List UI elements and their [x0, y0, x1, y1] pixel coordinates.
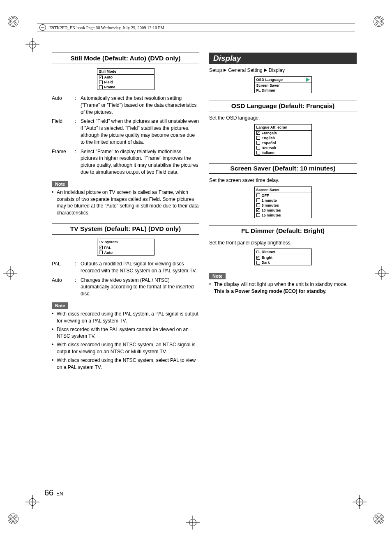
- registration-mark: [7, 16, 19, 27]
- menu-item-label: PAL: [104, 246, 111, 250]
- still-mode-notes: An individual picture on TV screen is ca…: [52, 189, 199, 216]
- checkbox-icon: [99, 81, 103, 84]
- fl-dimmer-menu: FL Dimmer BrightDark: [254, 249, 312, 265]
- menu-item: FL Dimmer: [256, 88, 276, 92]
- still-mode-menu: Still Mode AutoFieldFrame: [97, 68, 154, 90]
- checkbox-icon: [256, 136, 260, 140]
- fl-dimmer-heading: FL Dimmer (Default: Bright): [209, 226, 357, 236]
- menu-item-label: Español: [262, 141, 276, 145]
- menu-item-label: 15 minutes: [262, 213, 281, 217]
- menu-title: Langue Aff. écran: [255, 124, 311, 131]
- menu-item: Screen Saver: [256, 83, 280, 88]
- menu-item: OFF: [255, 193, 311, 198]
- checkbox-icon: [256, 256, 260, 260]
- header-text: E9TK2FD_EN.book Page 66 Wednesday, July …: [49, 25, 164, 30]
- registration-mark: [373, 16, 385, 27]
- menu-item: Español: [255, 140, 311, 145]
- menu-item-label: 5 minutes: [262, 203, 279, 207]
- note-label: Note: [52, 302, 68, 309]
- menu-item: 1 minute: [255, 198, 311, 203]
- note-label: Note: [52, 181, 68, 187]
- menu-title: Still Mode: [97, 69, 154, 75]
- def-sep: :: [75, 148, 81, 176]
- screen-saver-intro: Set the screen saver time delay.: [209, 177, 357, 184]
- menu-item-label: Deutsch: [262, 146, 277, 150]
- definition-row: Auto:Changes the video system (PAL / NTS…: [52, 277, 199, 297]
- checkbox-icon: [256, 146, 260, 150]
- checkbox-icon: [256, 208, 260, 212]
- menu-item-label: 1 minute: [262, 198, 277, 203]
- checkbox-icon: [256, 151, 260, 154]
- menu-item: English: [255, 136, 311, 140]
- checkbox-icon: [256, 193, 260, 197]
- fl-dimmer-notes: The display will not light up when the u…: [209, 281, 357, 295]
- def-term: Frame: [52, 148, 75, 176]
- arrow-icon: [224, 69, 226, 72]
- right-column: Display Setup General Setting Display OS…: [209, 53, 357, 372]
- menu-item-label: Auto: [104, 75, 113, 79]
- def-sep: :: [75, 95, 81, 115]
- menu-item-label: Français: [262, 131, 277, 135]
- note-item: With discs recorded using the NTSC syste…: [52, 357, 199, 371]
- menu-item: PAL: [97, 245, 154, 250]
- setup-breadcrumb: Setup General Setting Display: [209, 67, 357, 73]
- def-term: PAL: [52, 260, 75, 274]
- play-icon: [306, 78, 310, 82]
- def-body: Changes the video system (PAL / NTSC) au…: [81, 277, 199, 297]
- crosshair-mark: [3, 266, 17, 280]
- tv-system-heading: TV System (Default: PAL) (DVD only): [52, 223, 199, 235]
- header-icon: [39, 24, 46, 31]
- def-body: Automatically select the best resolution…: [81, 95, 199, 115]
- osd-lang-intro: Set the OSD language.: [209, 115, 357, 122]
- def-term: Auto: [52, 277, 75, 297]
- def-term: Auto: [52, 95, 75, 115]
- fl-dimmer-intro: Set the front panel display brightness.: [209, 240, 357, 246]
- menu-item: 5 minutes: [255, 203, 311, 208]
- menu-item-label: Field: [104, 80, 113, 84]
- screen-saver-heading: Screen Saver (Default: 10 minutes): [209, 163, 357, 174]
- menu-item: 15 minutes: [255, 213, 311, 218]
- menu-title: FL Dimmer: [255, 249, 311, 255]
- note-item: An individual picture on TV screen is ca…: [52, 189, 199, 216]
- checkbox-icon: [99, 251, 103, 254]
- menu-item: Italiano: [255, 150, 311, 155]
- menu-item-label: Bright: [262, 256, 273, 260]
- crosshair-mark: [25, 495, 39, 509]
- osd-lang-menu: Langue Aff. écran FrançaisEnglishEspañol…: [254, 124, 312, 156]
- definition-row: Frame:Select "Frame" to display relative…: [52, 148, 199, 176]
- checkbox-icon: [256, 131, 260, 135]
- checkbox-icon: [256, 261, 260, 265]
- menu-item: Auto: [97, 75, 154, 80]
- crumb: Setup: [209, 67, 222, 73]
- menu-title: TV System: [97, 239, 154, 245]
- note-item: The display will not light up when the u…: [209, 281, 357, 295]
- def-sep: :: [75, 118, 81, 145]
- def-body: Select "Frame" to display relatively mot…: [81, 148, 199, 176]
- menu-item-label: OFF: [262, 193, 269, 198]
- display-menu: OSD Language Screen Saver FL Dimmer: [254, 76, 312, 93]
- menu-title: Screen Saver: [255, 187, 311, 193]
- page-number: 66 EN: [44, 488, 63, 497]
- def-body: Outputs a modified PAL signal for viewin…: [81, 260, 199, 274]
- def-sep: :: [75, 277, 81, 297]
- left-column: Still Mode (Default: Auto) (DVD only) St…: [52, 53, 199, 372]
- arrow-icon: [264, 69, 267, 72]
- menu-item-label: Auto: [104, 251, 113, 255]
- menu-item: Field: [97, 80, 154, 85]
- checkbox-icon: [256, 203, 260, 207]
- def-sep: :: [75, 260, 81, 274]
- tv-system-menu: TV System PALAuto: [97, 239, 154, 256]
- note-label: Note: [209, 273, 226, 279]
- menu-item-label: Italiano: [262, 151, 275, 155]
- screen-saver-menu: Screen Saver OFF1 minute5 minutes10 minu…: [254, 187, 312, 218]
- display-heading: Display: [209, 53, 357, 64]
- still-mode-heading: Still Mode (Default: Auto) (DVD only): [52, 53, 199, 64]
- tv-system-notes: With discs recorded using the PAL system…: [52, 311, 199, 371]
- crosshair-mark: [25, 38, 39, 52]
- menu-item: Frame: [97, 85, 154, 90]
- crumb: Display: [269, 67, 285, 73]
- note-item: Discs recorded with the PAL system canno…: [52, 326, 199, 340]
- menu-item-label: Frame: [104, 85, 115, 89]
- crosshair-mark: [353, 495, 367, 509]
- menu-item: OSD Language: [256, 78, 283, 82]
